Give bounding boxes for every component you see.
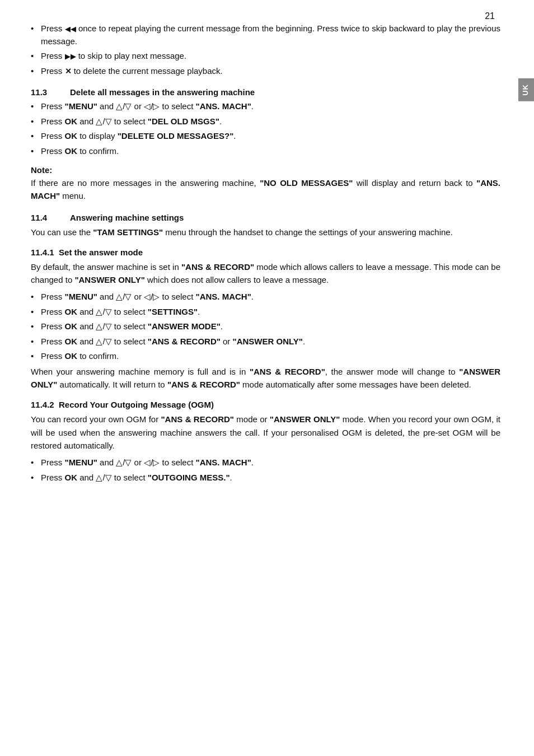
outgoing-mess: "OUTGOING MESS." <box>148 473 230 482</box>
updown-icon-5 <box>96 320 111 333</box>
section-11-4-1-para2: When your answering machine memory is fu… <box>31 365 500 391</box>
ans-mach-3: "ANS. MACH" <box>196 458 251 467</box>
answer-only-4: "ANSWER ONLY" <box>270 414 340 424</box>
ok-key-1: OK <box>65 116 78 126</box>
intro-bullet-1: Press once to repeat playing the current… <box>31 22 500 48</box>
section-11-4-number: 11.4 <box>31 213 59 222</box>
ok-key-6: OK <box>65 337 78 346</box>
answer-mode: "ANSWER MODE" <box>148 321 221 331</box>
leftright-icon-3 <box>144 456 160 469</box>
list-item: Press OK and to select "SETTINGS". <box>31 306 500 319</box>
updown-icon-3 <box>116 291 132 304</box>
x-icon: ✕ <box>65 67 72 76</box>
section-11-3-number: 11.3 <box>31 87 59 97</box>
list-item: Press OK and to select "ANSWER MODE". <box>31 320 500 333</box>
ffwd-icon <box>65 50 76 63</box>
del-old-msgs: "DEL OLD MSGS" <box>148 116 219 126</box>
ok-key-5: OK <box>65 321 78 331</box>
leftright-icon-1 <box>144 100 160 113</box>
no-old-messages: "NO OLD MESSAGES" <box>260 178 353 188</box>
section-11-4-1-bullets: Press "MENU" and or to select "ANS. MACH… <box>31 291 500 363</box>
ans-record-3: "ANS & RECORD" <box>250 367 325 376</box>
list-item: Press OK and to select "ANS & RECORD" or… <box>31 335 500 348</box>
updown-icon-7 <box>116 456 132 469</box>
section-11-4-2-para: You can record your own OGM for "ANS & R… <box>31 413 500 452</box>
updown-icon-1 <box>116 100 132 113</box>
section-11-4-title: Answering machine settings <box>70 213 184 222</box>
leftright-icon-2 <box>144 291 160 304</box>
intro-bullets: Press once to repeat playing the current… <box>31 22 500 77</box>
ok-key-4: OK <box>65 307 78 316</box>
updown-icon-6 <box>96 335 111 348</box>
note-label: Note: <box>31 165 500 175</box>
tam-settings: "TAM SETTINGS" <box>93 227 163 237</box>
section-11-4-heading: 11.4 Answering machine settings <box>31 213 500 222</box>
menu-key: "MENU" <box>65 101 97 111</box>
updown-icon-4 <box>96 306 111 319</box>
ans-record-5: "ANS & RECORD" <box>161 414 234 424</box>
menu-key-2: "MENU" <box>65 292 97 301</box>
list-item: Press OK and to select "DEL OLD MSGS". <box>31 115 500 128</box>
list-item: Press OK to confirm. <box>31 350 500 363</box>
section-11-4-2-heading: 11.4.2 Record Your Outgoing Message (OGM… <box>31 400 500 409</box>
menu-key-3: "MENU" <box>65 458 97 467</box>
intro-bullet-3: Press ✕ to delete the current message pl… <box>31 65 500 78</box>
section-11-4-2-bullets: Press "MENU" and or to select "ANS. MACH… <box>31 456 500 484</box>
section-11-4-1-heading: 11.4.1 Set the answer mode <box>31 248 500 257</box>
ans-record-2: "ANS & RECORD" <box>148 337 221 346</box>
ok-key-7: OK <box>65 351 78 361</box>
page-number: 21 <box>485 11 495 21</box>
ok-key-2: OK <box>65 131 78 141</box>
section-11-3-title: Delete all messages in the answering mac… <box>70 87 255 97</box>
answer-only-1: "ANSWER ONLY" <box>74 275 144 284</box>
ans-mach-2: "ANS. MACH" <box>196 292 251 301</box>
note-text: If there are no more messages in the ans… <box>31 176 500 203</box>
updown-icon-2 <box>96 115 111 128</box>
ans-record-1: "ANS & RECORD" <box>181 262 254 272</box>
ans-mach-1: "ANS. MACH" <box>196 101 251 111</box>
intro-bullet-2: Press to skip to play next message. <box>31 50 500 63</box>
list-item: Press OK to display "DELETE OLD MESSAGES… <box>31 130 500 143</box>
answer-only-2: "ANSWER ONLY" <box>233 337 303 346</box>
ans-record-4: "ANS & RECORD" <box>167 380 240 389</box>
list-item: Press OK to confirm. <box>31 145 500 158</box>
list-item: Press "MENU" and or to select "ANS. MACH… <box>31 456 500 469</box>
list-item: Press "MENU" and or to select "ANS. MACH… <box>31 291 500 304</box>
page-container: 21 UK Press once to repeat playing the c… <box>0 0 534 756</box>
section-11-3-heading: 11.3 Delete all messages in the answerin… <box>31 87 500 97</box>
rewind-icon <box>65 22 76 35</box>
updown-icon-8 <box>96 472 111 484</box>
list-item: Press OK and to select "OUTGOING MESS.". <box>31 472 500 484</box>
delete-old-messages: "DELETE OLD MESSAGES?" <box>118 131 234 141</box>
settings-label: "SETTINGS" <box>148 307 198 316</box>
uk-tab: UK <box>518 78 534 101</box>
section-11-3-bullets: Press "MENU" and or to select "ANS. MACH… <box>31 100 500 157</box>
ok-key-3: OK <box>65 146 78 156</box>
section-11-4-1-para: By default, the answer machine is set in… <box>31 260 500 287</box>
section-11-4-intro: You can use the "TAM SETTINGS" menu thro… <box>31 226 500 239</box>
ok-key-8: OK <box>65 473 78 482</box>
list-item: Press "MENU" and or to select "ANS. MACH… <box>31 100 500 113</box>
